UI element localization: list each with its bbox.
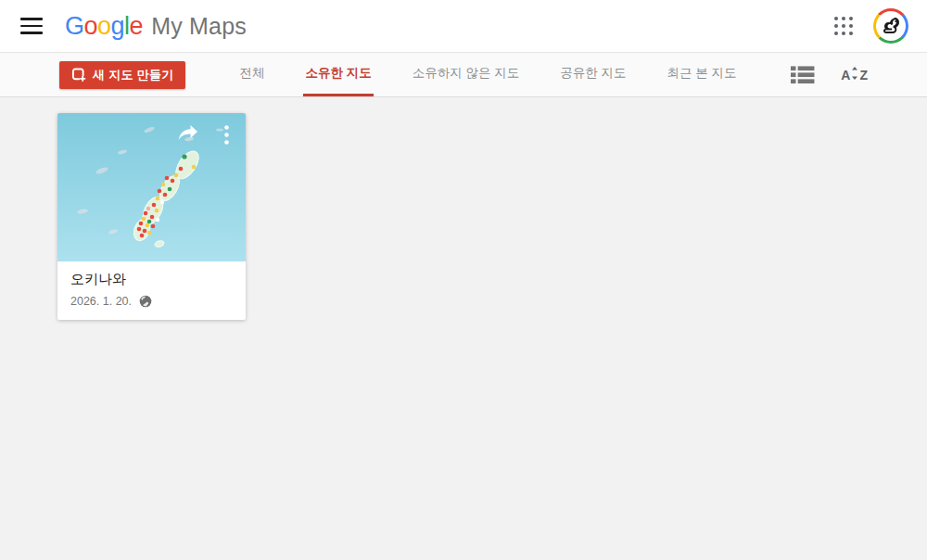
tab-all[interactable]: 전체 xyxy=(237,53,266,96)
map-date: 2026. 1. 20. xyxy=(70,295,132,308)
sort-az-icon[interactable]: A Z xyxy=(841,67,868,83)
map-thumbnail[interactable] xyxy=(57,113,246,261)
tab-not-owned-maps[interactable]: 소유하지 않은 지도 xyxy=(411,53,522,96)
globe-icon xyxy=(139,295,152,308)
app-logo[interactable]: Google My Maps xyxy=(65,12,247,41)
menu-icon[interactable] xyxy=(20,18,43,34)
tab-owned-maps[interactable]: 소유한 지도 xyxy=(303,53,373,96)
product-name: My Maps xyxy=(151,13,247,40)
more-options-icon[interactable] xyxy=(214,122,238,146)
toolbar: 새 지도 만들기 전체 소유한 지도 소유하지 않은 지도 공유한 지도 최근 … xyxy=(0,53,927,97)
google-logo: Google xyxy=(65,12,143,41)
create-map-button[interactable]: 새 지도 만들기 xyxy=(59,61,185,89)
list-view-icon[interactable] xyxy=(791,63,815,87)
share-icon[interactable] xyxy=(175,122,199,146)
map-title: 오키나와 xyxy=(70,271,233,288)
tab-recent-maps[interactable]: 최근 본 지도 xyxy=(665,53,738,96)
tab-shared-maps[interactable]: 공유한 지도 xyxy=(558,53,628,96)
map-card-footer: 오키나와 2026. 1. 20. xyxy=(57,261,246,320)
maps-list: 오키나와 2026. 1. 20. xyxy=(0,97,927,559)
app-header: Google My Maps xyxy=(0,0,927,53)
sort-letter-z: Z xyxy=(859,68,868,83)
create-map-label: 새 지도 만들기 xyxy=(93,67,174,83)
create-map-icon xyxy=(70,67,86,83)
sort-letter-a: A xyxy=(841,68,850,83)
apps-grid-icon[interactable] xyxy=(829,11,858,41)
avatar[interactable] xyxy=(873,8,908,44)
map-filter-tabs: 전체 소유한 지도 소유하지 않은 지도 공유한 지도 최근 본 지도 xyxy=(185,53,792,96)
map-card-okinawa[interactable]: 오키나와 2026. 1. 20. xyxy=(57,113,246,320)
avatar-squirrel-icon xyxy=(880,15,902,37)
